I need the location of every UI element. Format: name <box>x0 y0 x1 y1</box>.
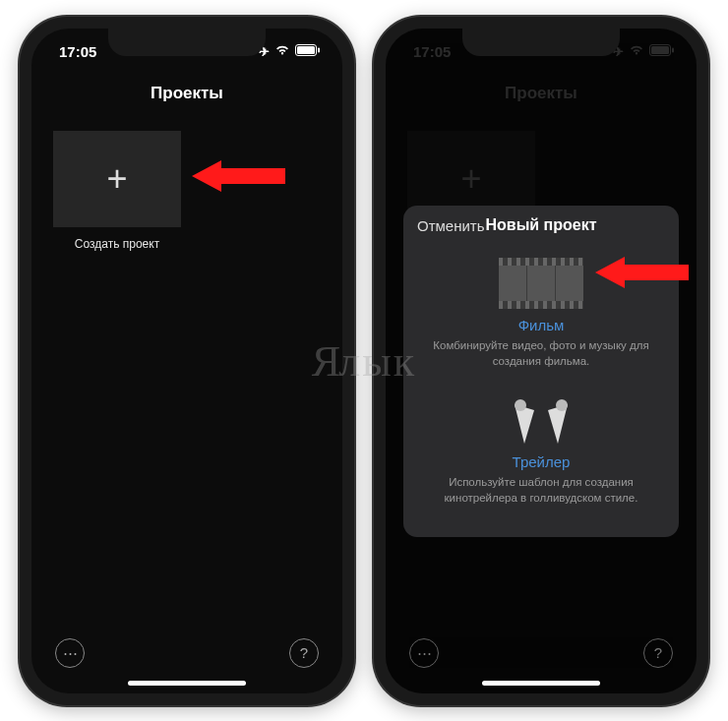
option-trailer[interactable]: Трейлер Используйте шаблон для создания … <box>403 377 679 513</box>
notch <box>462 29 620 56</box>
create-project-label: Создать проект <box>53 237 181 251</box>
option-trailer-title: Трейлер <box>427 453 655 470</box>
battery-icon <box>295 44 321 59</box>
svg-rect-1 <box>297 46 315 54</box>
screen: 17:05 ✈ Проекты + Создать проект ⋯ <box>31 29 342 693</box>
screen: 17:05 ✈ Проекты + Отменить Новый проект <box>386 29 697 693</box>
bottom-toolbar: ⋯ ? <box>386 638 697 668</box>
more-button[interactable]: ⋯ <box>55 638 85 668</box>
help-button[interactable]: ? <box>289 638 319 668</box>
page-title: Проекты <box>31 68 342 117</box>
spotlights-icon <box>507 396 576 446</box>
plus-icon: + <box>106 161 127 197</box>
svg-point-10 <box>556 399 568 411</box>
sheet-header: Отменить Новый проект <box>403 206 679 246</box>
svg-rect-2 <box>318 48 320 53</box>
annotation-arrow-left <box>192 156 285 196</box>
home-indicator[interactable] <box>482 681 600 686</box>
option-movie-title: Фильм <box>427 317 655 333</box>
wifi-icon <box>274 44 290 59</box>
status-time: 17:05 <box>59 43 96 60</box>
create-project-tile[interactable]: + <box>53 131 181 227</box>
status-icons: ✈ <box>259 44 321 59</box>
cancel-button[interactable]: Отменить <box>417 217 485 234</box>
phone-frame-right: 17:05 ✈ Проекты + Отменить Новый проект <box>374 17 708 705</box>
notch <box>108 29 266 56</box>
home-indicator[interactable] <box>128 681 246 686</box>
help-button[interactable]: ? <box>643 638 673 668</box>
svg-point-9 <box>515 399 526 411</box>
ellipsis-icon: ⋯ <box>63 644 78 662</box>
sheet-title: Новый проект <box>485 216 596 234</box>
annotation-arrow-right <box>595 253 689 292</box>
svg-marker-11 <box>595 257 689 288</box>
phone-frame-left: 17:05 ✈ Проекты + Создать проект ⋯ <box>20 17 354 705</box>
filmstrip-icon <box>499 258 583 309</box>
bottom-toolbar: ⋯ ? <box>31 638 342 668</box>
svg-marker-3 <box>192 160 285 192</box>
content-area: + Создать проект <box>31 117 342 265</box>
ellipsis-icon: ⋯ <box>417 644 432 662</box>
question-icon: ? <box>654 644 662 661</box>
question-icon: ? <box>300 644 308 661</box>
option-movie-desc: Комбинируйте видео, фото и музыку для со… <box>427 337 655 369</box>
option-trailer-desc: Используйте шаблон для создания кинотрей… <box>427 474 655 506</box>
more-button[interactable]: ⋯ <box>409 638 439 668</box>
